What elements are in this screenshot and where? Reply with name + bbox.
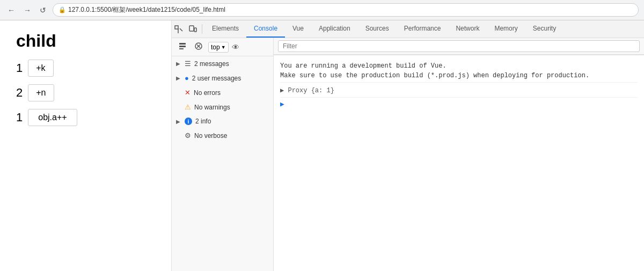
counter-num-3: 1 [16,111,23,124]
svg-line-1 [180,28,182,31]
svg-rect-5 [179,43,186,45]
sidebar-item-messages[interactable]: ▶ ☰ 2 messages [172,56,273,71]
vue-warning-text: You are running a development build of V… [280,62,589,79]
chevron-right-icon-3: ▶ [176,119,181,124]
svg-rect-4 [194,28,196,32]
chevron-right-icon-2: ▶ [176,75,181,81]
sidebar-errors-label: No errors [194,89,221,97]
counter-row-3: 1 obj.a++ [16,109,155,126]
console-message-proxy: ▶ Proxy {a: 1} [280,83,638,98]
forward-button[interactable]: → [21,5,33,16]
sidebar-drawer-button[interactable] [176,40,189,54]
error-icon: ✕ [185,89,191,97]
chevron-right-icon: ▶ [176,61,181,67]
warning-icon: ⚠ [185,103,191,111]
sidebar-messages-label: 2 messages [194,60,229,68]
tab-memory[interactable]: Memory [487,20,525,38]
sidebar-info-label: 2 info [195,118,211,125]
console-output: You are running a development build of V… [274,55,644,271]
messages-icon: ☰ [185,60,191,68]
page-title: child [16,31,155,51]
tab-sources[interactable]: Sources [358,20,397,38]
sidebar-item-user-messages[interactable]: ▶ ● 2 user messages [172,71,273,85]
console-right-area: You are running a development build of V… [274,38,644,271]
console-message-vue: You are running a development build of V… [280,60,638,83]
tab-security[interactable]: Security [525,20,564,38]
devtools-tabs: Elements Console Vue Application Sources… [172,20,644,38]
sidebar-user-messages-label: 2 user messages [192,75,241,82]
reload-button[interactable]: ↺ [38,5,48,16]
counter-row-2: 2 +n [16,84,155,101]
sidebar-item-errors[interactable]: ▶ ✕ No errors [172,85,273,100]
sidebar-warnings-label: No warnings [194,104,230,111]
console-sidebar: top ▼ 👁 ▶ ☰ 2 messages ▶ ● 2 user messag… [172,38,274,271]
counter-btn-k[interactable]: +k [28,60,53,77]
counter-btn-n[interactable]: +n [28,84,54,101]
browser-chrome: ← → ↺ 🔒 127.0.0.1:5500/框架/week1/date1215… [0,0,644,20]
tab-application[interactable]: Application [311,20,358,38]
tab-elements[interactable]: Elements [204,20,246,38]
tab-vue[interactable]: Vue [285,20,311,38]
device-toggle-button[interactable] [186,22,200,35]
console-filter-input[interactable] [278,40,640,52]
tab-network[interactable]: Network [448,20,487,38]
svg-rect-0 [175,26,178,29]
verbose-icon: ⚙ [185,131,191,140]
console-filter-bar [274,38,644,55]
chevron-down-icon: ▼ [221,45,226,50]
toolbar-separator [202,24,202,34]
back-button[interactable]: ← [5,5,17,16]
prompt-arrow-icon: ▶ [280,100,284,108]
inspect-element-button[interactable] [172,22,186,35]
counter-btn-obj[interactable]: obj.a++ [28,109,77,126]
context-select-label: top [211,43,220,51]
stop-recording-button[interactable] [192,40,205,54]
sidebar-item-warnings[interactable]: ▶ ⚠ No warnings [172,100,273,114]
address-bar[interactable]: 🔒 127.0.0.1:5500/框架/week1/date1215/code/… [53,3,639,17]
page-content: child 1 +k 2 +n 1 obj.a++ [0,20,172,271]
sidebar-item-info[interactable]: ▶ i 2 info [172,114,273,128]
url-text: 127.0.0.1:5500/框架/week1/date1215/code/05… [68,5,225,14]
tab-performance[interactable]: Performance [397,20,449,38]
user-icon: ● [185,74,189,82]
context-select[interactable]: top ▼ [208,42,229,53]
console-area: top ▼ 👁 ▶ ☰ 2 messages ▶ ● 2 user messag… [172,38,644,271]
info-icon: i [185,118,192,125]
sidebar-verbose-label: No verbose [194,132,227,140]
main-layout: child 1 +k 2 +n 1 obj.a++ [0,20,644,271]
svg-rect-3 [189,26,194,31]
devtools-panel: Elements Console Vue Application Sources… [172,20,644,271]
eye-button[interactable]: 👁 [232,43,239,52]
svg-rect-7 [179,48,184,49]
sidebar-item-verbose[interactable]: ▶ ⚙ No verbose [172,128,273,143]
console-sidebar-toolbar: top ▼ 👁 [172,38,273,56]
proxy-obj-text: ▶ Proxy {a: 1} [280,87,334,94]
console-prompt-row: ▶ [280,98,638,111]
counter-num-2: 2 [16,86,23,100]
svg-rect-6 [179,46,186,47]
lock-icon: 🔒 [58,6,66,13]
counter-row-1: 1 +k [16,60,155,77]
tab-console[interactable]: Console [246,20,285,38]
counter-num-1: 1 [16,61,23,75]
